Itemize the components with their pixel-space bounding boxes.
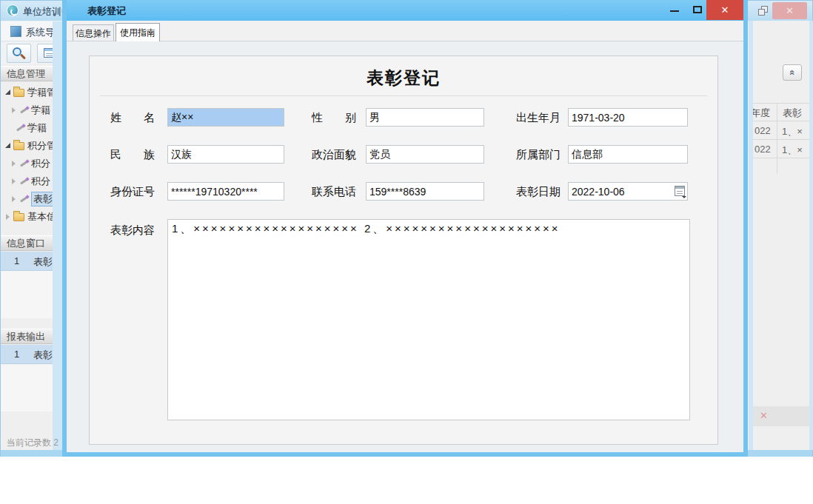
dialog-close-button[interactable]: ✕ [706, 0, 743, 20]
table-cell-year-1[interactable]: 022 [755, 125, 771, 136]
calendar-dropdown-arrow-icon[interactable] [682, 196, 686, 198]
collapsed-triangle-icon[interactable] [12, 196, 16, 202]
collapsed-triangle-icon[interactable] [12, 178, 16, 184]
name-input[interactable] [167, 108, 284, 127]
gender-label: 性 别 [312, 111, 356, 125]
tree-item-points-2[interactable]: 积分 [1, 172, 53, 190]
calendar-icon[interactable] [675, 186, 685, 196]
record-count-status: 当前记录数 2 [7, 437, 58, 449]
expanded-triangle-icon[interactable] [5, 143, 10, 148]
name-label: 姓 名 [110, 111, 155, 125]
section-header-report-output: 报表输出 [1, 329, 53, 344]
award-date-label: 表彰日期 [516, 185, 561, 199]
department-input[interactable] [568, 145, 688, 164]
main-close-button[interactable]: ✕ [772, 2, 807, 19]
tree-item-student-mgmt[interactable]: 学籍管 [1, 84, 53, 101]
collapse-panel-button[interactable]: « [783, 64, 802, 81]
tree-item-commendation[interactable]: 表彰 [1, 190, 53, 208]
row-label: 表彰登 [33, 255, 53, 269]
tree-item-student-1[interactable]: 学籍 [1, 101, 53, 119]
form-heading: 表彰登记 [90, 67, 717, 90]
maximize-button[interactable] [689, 0, 706, 20]
table-cell-content-2[interactable]: 1、× [782, 144, 803, 157]
tab-info-operation[interactable]: 信息操作 [73, 24, 114, 41]
column-header-commendation[interactable]: 表彰 [783, 107, 802, 120]
content-label: 表彰内容 [110, 224, 155, 238]
section-header-info-window: 信息窗口 [1, 235, 53, 251]
political-status-input[interactable] [366, 145, 484, 164]
form-panel: 表彰登记 姓 名 性 别 出生年月 民 族 政治面貌 所属部门 身份证号 联系电… [89, 56, 718, 445]
tree-item-points-mgmt[interactable]: 积分管 [1, 137, 53, 155]
phone-label: 联系电话 [312, 185, 356, 199]
folder-icon [13, 89, 24, 97]
screen: 单位培训中心 ✕ 系统导航 信息管理 学籍管 学籍 [0, 0, 813, 504]
collapsed-triangle-icon[interactable] [12, 107, 16, 113]
sidebar: 信息管理 学籍管 学籍 学籍 积分管 [1, 64, 53, 450]
dialog-titlebar[interactable]: 表彰登记 ✕ [67, 0, 743, 21]
ethnicity-input[interactable] [167, 145, 284, 164]
tree-item-label: 积分 [31, 157, 50, 170]
tree-item-label: 学籍 [27, 121, 47, 135]
report-output-list: 1 表彰登 [1, 345, 53, 411]
award-date-field [568, 182, 688, 201]
collapsed-triangle-icon[interactable] [12, 161, 16, 167]
table-cell-content-1[interactable]: 1、× [782, 125, 803, 138]
dialog-title: 表彰登记 [87, 4, 126, 18]
tree-item-label: 积分 [31, 175, 50, 188]
expanded-triangle-icon[interactable] [5, 90, 10, 95]
chevrons-up-icon: « [785, 70, 800, 75]
political-status-label: 政治面貌 [312, 148, 356, 162]
department-label: 所属部门 [516, 148, 561, 162]
close-tab-icon[interactable]: ✕ [760, 410, 768, 421]
phone-input[interactable] [366, 182, 484, 201]
birth-date-label: 出生年月 [516, 111, 561, 125]
row-label: 表彰登 [33, 349, 53, 362]
collapsed-triangle-icon[interactable] [6, 214, 10, 220]
info-window-row[interactable]: 1 表彰登 [1, 252, 53, 271]
search-tool-button[interactable] [7, 44, 31, 63]
magnifier-icon [13, 47, 21, 56]
section-header-info-mgmt: 信息管理 [1, 66, 53, 81]
table-header-line [753, 103, 809, 104]
maximize-icon [693, 6, 702, 13]
tree-item-label: 学籍 [31, 104, 50, 117]
wand-icon [19, 159, 29, 169]
wand-icon [19, 177, 29, 187]
award-date-input[interactable] [568, 182, 688, 201]
table-grid-hline [753, 158, 809, 158]
window-inner-strip [53, 21, 63, 450]
tree-item-points-1[interactable]: 积分 [1, 155, 53, 172]
tree-item-label-selected: 表彰 [31, 192, 53, 206]
birth-date-input[interactable] [568, 108, 688, 127]
wand-icon [19, 106, 29, 115]
report-output-row[interactable]: 1 表彰登 [1, 345, 53, 364]
restore-window-button[interactable] [758, 6, 769, 16]
gender-input[interactable] [366, 108, 484, 127]
folder-icon [13, 213, 24, 221]
content-textarea[interactable]: 1、××××××××××××××××××× 2、××××××××××××××××… [167, 219, 690, 420]
wand-icon [19, 195, 29, 204]
info-window-list: 1 表彰登 [1, 252, 53, 318]
ethnicity-label: 民 族 [110, 148, 155, 162]
id-number-input[interactable] [167, 182, 284, 201]
dialog-tabstrip: 信息操作 使用指南 [67, 21, 743, 41]
table-cell-year-2[interactable]: 022 [755, 144, 771, 155]
tree-item-label: 积分管 [27, 139, 53, 152]
heading-separator [100, 95, 707, 96]
column-header-year[interactable]: 年度 [753, 107, 770, 120]
minimize-icon [670, 10, 679, 12]
table-grid-hline [753, 121, 809, 121]
row-index: 1 [14, 255, 19, 266]
folder-icon [13, 142, 24, 150]
wand-icon [16, 124, 25, 133]
commendation-dialog: 表彰登记 ✕ 信息操作 使用指南 表彰登记 姓 名 性 别 出生年月 民 族 政… [62, 0, 748, 457]
id-number-label: 身份证号 [110, 185, 155, 199]
tree-item-student-2[interactable]: 学籍 [1, 119, 53, 137]
right-panel-inner: « 年度 表彰 022 1、× 022 1、× ✕ [753, 21, 809, 450]
tab-user-guide[interactable]: 使用指南 [116, 23, 160, 41]
table-grid-vline [777, 103, 777, 174]
tree-item-basic-info[interactable]: 基本信 [1, 208, 53, 226]
tree-item-label: 学籍管 [27, 86, 53, 99]
minimize-button[interactable] [663, 0, 686, 20]
right-panel: « 年度 表彰 022 1、× 022 1、× ✕ [749, 21, 813, 450]
